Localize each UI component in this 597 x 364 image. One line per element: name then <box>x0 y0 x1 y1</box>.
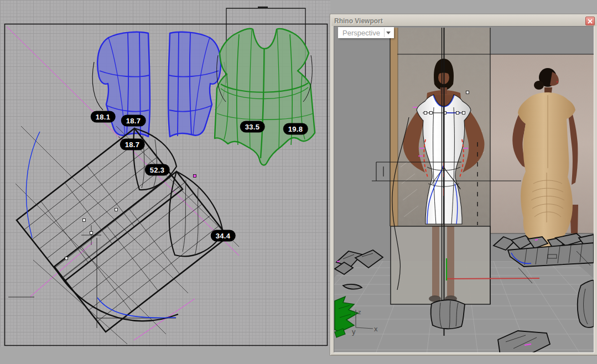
window-titlebar[interactable]: Rhino Viewport <box>331 15 596 26</box>
green-pattern-piece[interactable] <box>215 29 315 165</box>
dimension-label: 34.4 <box>211 230 236 242</box>
dimension-label: 19.8 <box>283 123 308 135</box>
dimension-label: 33.5 <box>240 121 265 133</box>
blue-pattern-piece[interactable] <box>92 32 226 141</box>
rhino-viewport-window: Rhino Viewport <box>330 14 597 356</box>
x-axis-line <box>447 278 539 279</box>
perspective-scene: z y x <box>334 27 594 352</box>
dimension-label: 18.7 <box>121 115 146 127</box>
photo-back-view[interactable] <box>490 54 594 249</box>
axis-label-x: x <box>374 325 378 333</box>
axis-label-z: z <box>358 309 361 315</box>
dimension-label: 18.1 <box>91 111 116 123</box>
viewport-mode-label: Perspective <box>342 29 384 37</box>
photo-plane-lower[interactable] <box>391 226 490 304</box>
dimension-label: 18.7 <box>120 139 145 150</box>
top-viewport-canvas[interactable]: 18.1 18.7 18.7 52.3 33.5 19.8 34.4 <box>0 0 330 347</box>
axis-label-y: y <box>352 327 356 336</box>
close-icon <box>588 19 593 24</box>
close-button[interactable] <box>585 17 595 25</box>
control-points[interactable] <box>65 175 196 260</box>
dimension-label: 52.3 <box>145 164 170 176</box>
viewport-mode-dropdown[interactable]: Perspective <box>338 27 394 38</box>
chevron-down-icon[interactable] <box>384 28 392 37</box>
rhino-application: 18.1 18.7 18.7 52.3 33.5 19.8 34.4 Rhino… <box>0 0 597 364</box>
perspective-viewport[interactable]: z y x Perspective <box>334 26 594 352</box>
window-title: Rhino Viewport <box>331 17 383 25</box>
black-pattern-wireframe[interactable] <box>8 126 239 344</box>
